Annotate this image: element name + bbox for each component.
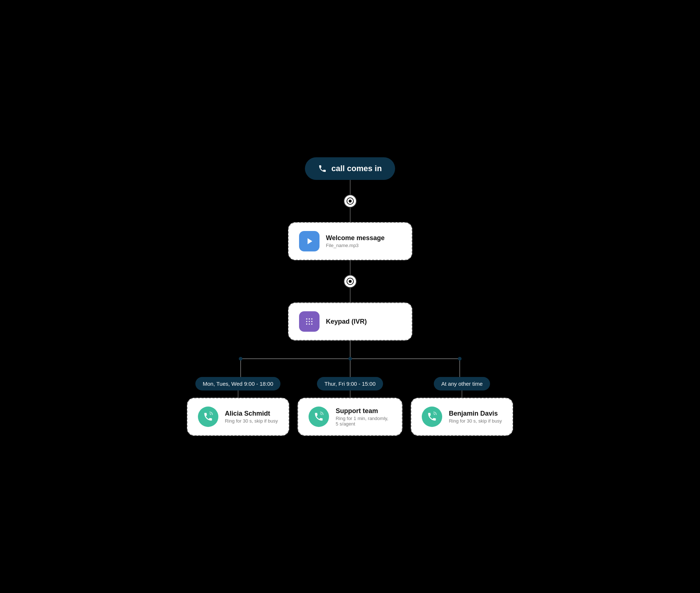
welcome-card-text: Welcome message File_name.mp3: [326, 234, 385, 248]
connector-3: [350, 260, 351, 275]
node-2: [344, 275, 357, 288]
agent-1-name: Alicia Schmidt: [225, 410, 278, 417]
svg-point-7: [309, 323, 310, 325]
connector-4: [350, 288, 351, 303]
branch-lines-svg: [186, 340, 515, 377]
agent-1-text: Alicia Schmidt Ring for 30 s, skip if bu…: [225, 410, 278, 424]
play-icon: [304, 236, 314, 246]
ivr-card-text: Keypad (IVR): [326, 318, 367, 326]
call-icon-1: [203, 412, 213, 422]
svg-point-14: [239, 357, 242, 361]
branches: Mon, Tues, Wed 9:00 - 18:00 Alicia Schmi…: [186, 377, 515, 436]
branch-section: Mon, Tues, Wed 9:00 - 18:00 Alicia Schmi…: [182, 340, 518, 436]
welcome-subtitle: File_name.mp3: [326, 243, 385, 248]
svg-point-15: [348, 357, 352, 361]
svg-point-2: [311, 318, 313, 320]
svg-point-6: [306, 323, 307, 325]
svg-point-4: [309, 321, 310, 322]
branch-1: Mon, Tues, Wed 9:00 - 18:00 Alicia Schmi…: [186, 377, 291, 436]
branch-1-connector: [238, 390, 238, 398]
keypad-icon-container: [299, 311, 320, 332]
svg-point-16: [458, 357, 462, 361]
welcome-message-card[interactable]: Welcome message File_name.mp3: [288, 222, 412, 260]
svg-point-1: [309, 318, 310, 320]
ivr-title: Keypad (IVR): [326, 318, 367, 326]
agent-card-3[interactable]: Benjamin Davis Ring for 30 s, skip if bu…: [411, 398, 513, 436]
agent-2-detail: Ring for 1 min, randomly, 5 s/agent: [336, 416, 391, 427]
flow-container: call comes in Welcome message File_name.…: [168, 135, 533, 458]
keypad-icon: [304, 316, 314, 327]
time-badge-2: Thur, Fri 9:00 - 15:00: [317, 377, 383, 390]
svg-point-8: [311, 323, 313, 325]
call-icon-3-container: [422, 407, 442, 427]
branch-2-connector: [350, 390, 351, 398]
branch-3: At any other time Benjamin Davis Ring fo…: [410, 377, 515, 436]
call-icon-3: [427, 412, 437, 422]
connector-2: [350, 208, 351, 222]
agent-3-text: Benjamin Davis Ring for 30 s, skip if bu…: [449, 410, 502, 424]
welcome-title: Welcome message: [326, 234, 385, 242]
branch-2: Thur, Fri 9:00 - 15:00 Support team Ring…: [298, 377, 402, 436]
agent-card-2[interactable]: Support team Ring for 1 min, randomly, 5…: [298, 398, 402, 436]
play-icon-container: [299, 231, 320, 251]
agent-1-detail: Ring for 30 s, skip if busy: [225, 418, 278, 424]
trigger-node[interactable]: call comes in: [305, 157, 395, 180]
svg-point-3: [306, 321, 307, 322]
ivr-card[interactable]: Keypad (IVR): [288, 303, 412, 340]
agent-2-name: Support team: [336, 407, 391, 415]
agent-2-text: Support team Ring for 1 min, randomly, 5…: [336, 407, 391, 427]
phone-icon: [318, 164, 327, 173]
agent-card-1[interactable]: Alicia Schmidt Ring for 30 s, skip if bu…: [187, 398, 289, 436]
time-badge-3: At any other time: [434, 377, 490, 390]
agent-3-detail: Ring for 30 s, skip if busy: [449, 418, 502, 424]
svg-point-0: [306, 318, 307, 320]
connector-1: [350, 180, 351, 195]
call-icon-2: [314, 412, 324, 422]
agent-3-name: Benjamin Davis: [449, 410, 502, 417]
time-badge-1: Mon, Tues, Wed 9:00 - 18:00: [195, 377, 280, 390]
call-icon-1-container: [198, 407, 218, 427]
trigger-label: call comes in: [331, 164, 382, 173]
branch-3-connector: [462, 390, 462, 398]
node-1: [344, 195, 357, 208]
call-icon-2-container: [309, 407, 329, 427]
svg-point-5: [311, 321, 313, 322]
